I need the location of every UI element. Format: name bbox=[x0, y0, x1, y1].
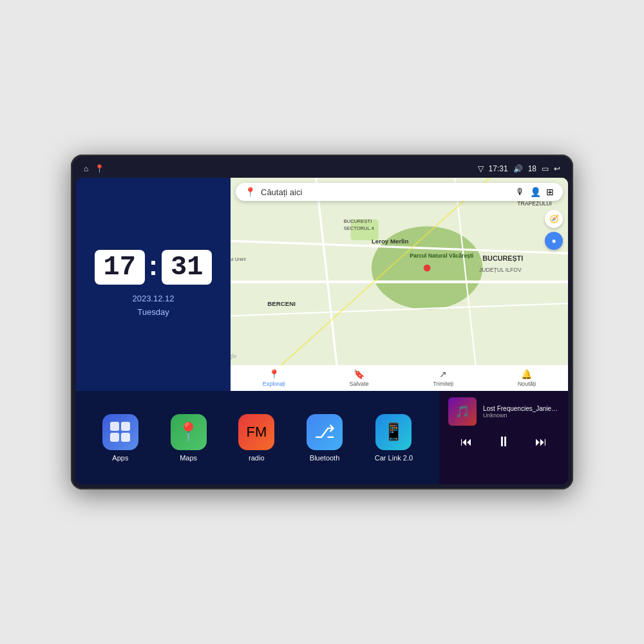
svg-text:BUCUREȘTI: BUCUREȘTI bbox=[482, 254, 523, 262]
app-item-maps[interactable]: 📍 Maps bbox=[171, 414, 207, 462]
battery-icon: ▭ bbox=[542, 164, 549, 173]
radio-icon: FM bbox=[238, 414, 274, 450]
app-launcher: Apps 📍 Maps FM radio ⎇ Bluetooth bbox=[76, 391, 439, 484]
album-art: 🎵 bbox=[448, 397, 477, 426]
clock-panel: 17 : 31 2023.12.12 Tuesday bbox=[76, 178, 231, 391]
maps-pin-icon[interactable]: 📍 bbox=[95, 164, 104, 173]
map-tab-explore[interactable]: 📍 Explorați bbox=[263, 369, 285, 387]
apps-icon bbox=[102, 414, 138, 450]
svg-text:Google: Google bbox=[231, 353, 237, 359]
map-bottom-bar: 📍 Explorați 🔖 Salvate ↗ Trimiteți 🔔 Nout… bbox=[231, 365, 568, 391]
top-section: 17 : 31 2023.12.12 Tuesday 📍 Căutați aic… bbox=[76, 178, 568, 391]
main-screen: 17 : 31 2023.12.12 Tuesday 📍 Căutați aic… bbox=[76, 178, 568, 484]
map-search-bar[interactable]: 📍 Căutați aici 🎙 👤 ⊞ bbox=[236, 183, 563, 201]
app-item-carlink[interactable]: 📱 Car Link 2.0 bbox=[375, 414, 413, 462]
next-button[interactable]: ⏭ bbox=[535, 435, 547, 449]
svg-text:JUDEȚUL ILFOV: JUDEȚUL ILFOV bbox=[479, 267, 522, 273]
map-svg: Leroy Merlin Parcul Natural Văcărești BU… bbox=[231, 178, 568, 365]
clock-display: 17 : 31 bbox=[95, 250, 213, 285]
play-pause-button[interactable]: ⏸ bbox=[497, 433, 511, 450]
album-art-image: 🎵 bbox=[448, 397, 477, 426]
svg-text:TRAPEZULUI: TRAPEZULUI bbox=[517, 200, 552, 207]
volume-icon: 🔊 bbox=[513, 164, 523, 173]
signal-icon: ▽ bbox=[478, 164, 484, 173]
bluetooth-label: Bluetooth bbox=[310, 454, 339, 462]
app-item-radio[interactable]: FM radio bbox=[238, 414, 274, 462]
car-display-device: ⌂ 📍 ▽ 17:31 🔊 18 ▭ ↩ 17 : 31 2023.12.1 bbox=[71, 155, 573, 489]
back-icon[interactable]: ↩ bbox=[554, 164, 560, 173]
status-time: 17:31 bbox=[489, 164, 508, 173]
map-search-icons: 🎙 👤 ⊞ bbox=[516, 187, 554, 197]
prev-button[interactable]: ⏮ bbox=[460, 435, 472, 449]
home-icon[interactable]: ⌂ bbox=[84, 164, 88, 173]
clock-date: 2023.12.12 Tuesday bbox=[132, 292, 174, 319]
map-background: Leroy Merlin Parcul Natural Văcărești BU… bbox=[231, 178, 568, 365]
clock-colon: : bbox=[149, 251, 158, 281]
svg-text:BUCUREȘTI: BUCUREȘTI bbox=[344, 218, 372, 224]
apps-grid bbox=[105, 417, 135, 447]
bluetooth-icon: ⎇ bbox=[307, 414, 343, 450]
map-panel[interactable]: 📍 Căutați aici 🎙 👤 ⊞ bbox=[231, 178, 568, 391]
svg-text:Leroy Merlin: Leroy Merlin bbox=[372, 238, 409, 245]
music-artist: Unknown bbox=[483, 412, 559, 419]
maps-label: Maps bbox=[180, 454, 197, 462]
grid-icon[interactable]: ⊞ bbox=[546, 187, 554, 197]
saved-icon: 🔖 bbox=[354, 369, 365, 379]
map-tab-share[interactable]: ↗ Trimiteți bbox=[433, 369, 453, 387]
mic-icon[interactable]: 🎙 bbox=[516, 187, 525, 197]
apps-label: Apps bbox=[112, 454, 128, 462]
svg-text:Splaiul Unirii: Splaiul Unirii bbox=[231, 256, 246, 262]
explore-icon: 📍 bbox=[269, 369, 279, 379]
share-icon: ↗ bbox=[439, 369, 447, 379]
maps-icon: 📍 bbox=[171, 414, 207, 450]
music-controls: ⏮ ⏸ ⏭ bbox=[448, 433, 559, 450]
battery-level: 18 bbox=[528, 164, 536, 173]
svg-text:BERCENI: BERCENI bbox=[267, 300, 296, 307]
carlink-label: Car Link 2.0 bbox=[375, 454, 413, 462]
map-search-text[interactable]: Căutați aici bbox=[261, 187, 511, 197]
map-controls: 🧭 ● bbox=[545, 210, 563, 250]
news-icon: 🔔 bbox=[521, 369, 532, 379]
svg-text:Parcul Natural Văcărești: Parcul Natural Văcărești bbox=[410, 252, 473, 259]
app-item-apps[interactable]: Apps bbox=[102, 414, 138, 462]
svg-point-9 bbox=[424, 265, 431, 272]
music-player: 🎵 Lost Frequencies_Janieck Devy-... Unkn… bbox=[439, 391, 568, 484]
carlink-icon: 📱 bbox=[375, 414, 412, 450]
status-right-info: ▽ 17:31 🔊 18 ▭ ↩ bbox=[478, 164, 560, 173]
music-title: Lost Frequencies_Janieck Devy-... bbox=[483, 405, 559, 412]
map-tab-saved[interactable]: 🔖 Salvate bbox=[350, 369, 369, 387]
compass-icon[interactable]: 🧭 bbox=[545, 210, 563, 228]
map-search-pin-icon: 📍 bbox=[245, 187, 256, 197]
clock-hours: 17 bbox=[95, 250, 145, 285]
user-icon[interactable]: 👤 bbox=[530, 187, 541, 197]
map-tab-news[interactable]: 🔔 Noutăți bbox=[518, 369, 536, 387]
svg-text:SECTORUL 4: SECTORUL 4 bbox=[344, 225, 374, 231]
status-bar: ⌂ 📍 ▽ 17:31 🔊 18 ▭ ↩ bbox=[76, 160, 568, 178]
app-item-bluetooth[interactable]: ⎇ Bluetooth bbox=[307, 414, 343, 462]
status-left-icons: ⌂ 📍 bbox=[84, 164, 104, 173]
bottom-section: Apps 📍 Maps FM radio ⎇ Bluetooth bbox=[76, 391, 568, 484]
music-info: 🎵 Lost Frequencies_Janieck Devy-... Unkn… bbox=[448, 397, 559, 426]
location-icon[interactable]: ● bbox=[545, 232, 563, 250]
clock-minutes: 31 bbox=[162, 250, 212, 285]
music-text: Lost Frequencies_Janieck Devy-... Unknow… bbox=[483, 405, 559, 419]
radio-label: radio bbox=[249, 454, 264, 462]
